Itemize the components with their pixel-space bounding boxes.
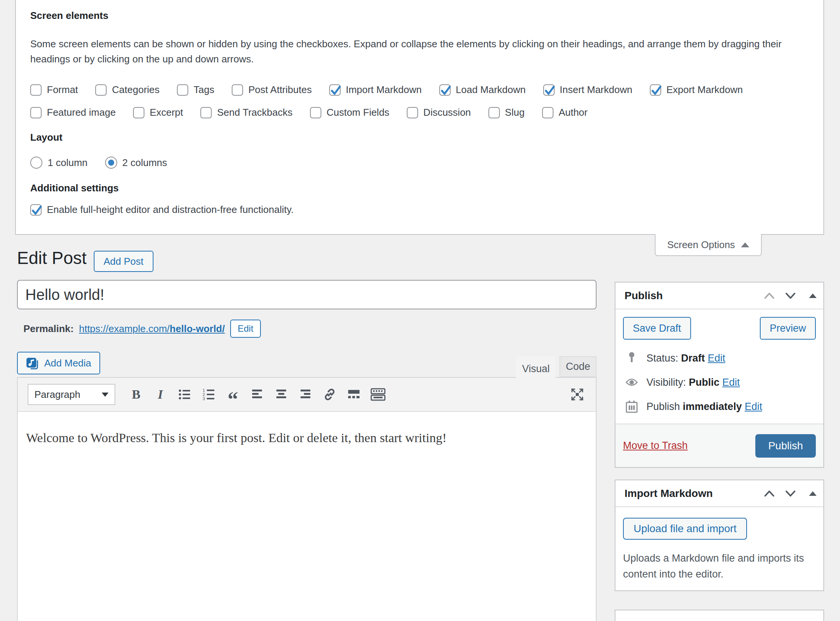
- fullscreen-icon[interactable]: [569, 385, 586, 404]
- editor-toolbar: Paragraph B I 1 2 3 “: [18, 378, 596, 412]
- checkbox-icon[interactable]: [200, 107, 212, 118]
- checkbox-option-load-markdown[interactable]: Load Markdown: [439, 84, 526, 96]
- checkbox-option-featured-image[interactable]: Featured image: [30, 107, 116, 118]
- screen-elements-row-1: Format Categories Tags Post Attributes I…: [30, 84, 743, 96]
- checkbox-option-discussion[interactable]: Discussion: [407, 107, 471, 118]
- checkbox-option-custom-fields[interactable]: Custom Fields: [310, 107, 389, 118]
- permalink-edit-button[interactable]: Edit: [230, 320, 261, 338]
- numbered-list-button[interactable]: 1 2 3: [200, 385, 217, 404]
- page-title: Edit Post: [17, 248, 87, 268]
- align-left-button[interactable]: [248, 385, 266, 404]
- import-markdown-header[interactable]: Import Markdown: [615, 480, 823, 507]
- checkbox-option-categories[interactable]: Categories: [95, 84, 160, 96]
- checkbox-option-post-attributes[interactable]: Post Attributes: [232, 84, 312, 96]
- publish-panel: Publish Save Draft Preview: [615, 282, 824, 468]
- bulleted-list-button[interactable]: [176, 385, 193, 404]
- add-post-button[interactable]: Add Post: [94, 251, 153, 272]
- publishing-actions: Move to Trash Publish: [615, 424, 823, 467]
- align-right-button[interactable]: [297, 385, 314, 404]
- post-title-input[interactable]: [17, 280, 597, 309]
- move-up-icon[interactable]: [764, 490, 775, 497]
- radio-icon[interactable]: [30, 157, 42, 169]
- radio-option-2-columns[interactable]: 2 columns: [105, 157, 167, 169]
- move-up-icon[interactable]: [764, 292, 775, 300]
- checkbox-option-send-trackbacks[interactable]: Send Trackbacks: [200, 107, 292, 118]
- svg-text:3: 3: [203, 396, 205, 401]
- checkbox-icon[interactable]: [488, 107, 500, 118]
- editor-container: Paragraph B I 1 2 3 “: [17, 377, 597, 621]
- radio-option-1-column[interactable]: 1 column: [30, 157, 88, 169]
- checkbox-checked-icon[interactable]: [543, 84, 555, 96]
- add-media-button[interactable]: Add Media: [17, 352, 100, 374]
- layout-options-row: 1 column 2 columns: [30, 157, 167, 169]
- link-button[interactable]: [321, 385, 338, 404]
- upload-file-and-import-button[interactable]: Upload file and import: [623, 518, 747, 540]
- checkbox-option-export-markdown[interactable]: Export Markdown: [650, 84, 743, 96]
- tab-visual[interactable]: Visual: [516, 356, 556, 381]
- checkbox-checked-icon[interactable]: [650, 84, 661, 96]
- keyboard-icon[interactable]: [369, 385, 387, 404]
- checkbox-checked-icon[interactable]: [329, 84, 341, 96]
- status-row: Status: Draft Edit: [625, 352, 816, 365]
- import-markdown-description: Uploads a Markdown file and imports its …: [623, 550, 812, 582]
- move-down-icon[interactable]: [785, 490, 796, 497]
- additional-settings-heading: Additional settings: [30, 182, 119, 194]
- checkbox-option-fullheight-editor[interactable]: Enable full-height editor and distractio…: [30, 204, 294, 216]
- chevron-down-icon: [102, 393, 108, 397]
- toggle-panel-icon[interactable]: [809, 491, 817, 496]
- tab-code[interactable]: Code: [559, 356, 597, 377]
- editor-content-area[interactable]: Welcome to WordPress. This is your first…: [18, 412, 596, 464]
- status-edit-link[interactable]: Edit: [708, 352, 725, 364]
- checkbox-checked-icon[interactable]: [30, 204, 42, 216]
- permalink-link[interactable]: https://example.com/hello-world/: [79, 323, 225, 335]
- schedule-edit-link[interactable]: Edit: [745, 401, 763, 412]
- visibility-edit-link[interactable]: Edit: [722, 377, 740, 388]
- publish-panel-header[interactable]: Publish: [615, 283, 823, 309]
- checkbox-icon[interactable]: [95, 84, 107, 96]
- post-body-text[interactable]: Welcome to WordPress. This is your first…: [26, 431, 587, 445]
- checkbox-icon[interactable]: [177, 84, 188, 96]
- visibility-row: Visibility: Public Edit: [625, 376, 816, 389]
- save-draft-button[interactable]: Save Draft: [623, 317, 691, 340]
- read-more-button[interactable]: [345, 385, 363, 404]
- checkbox-option-insert-markdown[interactable]: Insert Markdown: [543, 84, 632, 96]
- publish-panel-title: Publish: [625, 290, 764, 302]
- checkbox-option-tags[interactable]: Tags: [177, 84, 214, 96]
- screen-elements-description: Some screen elements can be shown or hid…: [30, 36, 805, 67]
- publish-button[interactable]: Publish: [755, 434, 816, 458]
- toggle-panel-icon[interactable]: [809, 293, 817, 298]
- calendar-icon: [625, 400, 638, 413]
- move-down-icon[interactable]: [785, 292, 796, 300]
- load-markdown-header[interactable]: Load Markdown: [615, 610, 823, 621]
- checkbox-icon[interactable]: [542, 107, 553, 118]
- italic-button[interactable]: I: [152, 385, 169, 404]
- media-icon: [26, 357, 40, 369]
- align-center-button[interactable]: [273, 385, 290, 404]
- blockquote-button[interactable]: “: [224, 380, 242, 409]
- checkbox-icon[interactable]: [232, 84, 243, 96]
- paragraph-dropdown[interactable]: Paragraph: [28, 384, 115, 405]
- radio-selected-icon[interactable]: [105, 157, 117, 169]
- checkbox-icon[interactable]: [133, 107, 144, 118]
- checkbox-icon[interactable]: [407, 107, 418, 118]
- checkbox-icon[interactable]: [30, 107, 42, 118]
- schedule-row: Publish immediately Edit: [625, 400, 816, 413]
- checkbox-icon[interactable]: [30, 84, 42, 96]
- screen-elements-row-2: Featured image Excerpt Send Trackbacks C…: [30, 107, 587, 118]
- load-markdown-panel: Load Markdown: [615, 610, 824, 621]
- import-markdown-title: Import Markdown: [625, 487, 764, 500]
- checkbox-option-slug[interactable]: Slug: [488, 107, 525, 118]
- checkbox-option-author[interactable]: Author: [542, 107, 588, 118]
- bold-button[interactable]: B: [127, 385, 145, 404]
- move-to-trash-link[interactable]: Move to Trash: [623, 440, 688, 452]
- visibility-eye-icon: [625, 376, 638, 389]
- checkbox-option-format[interactable]: Format: [30, 84, 78, 96]
- checkbox-option-import-markdown[interactable]: Import Markdown: [329, 84, 422, 96]
- preview-button[interactable]: Preview: [760, 317, 816, 340]
- checkbox-checked-icon[interactable]: [439, 84, 451, 96]
- layout-heading: Layout: [30, 132, 62, 143]
- screen-options-tab[interactable]: Screen Options: [655, 234, 762, 256]
- collapse-arrow-icon: [741, 242, 749, 247]
- checkbox-icon[interactable]: [310, 107, 321, 118]
- checkbox-option-excerpt[interactable]: Excerpt: [133, 107, 183, 118]
